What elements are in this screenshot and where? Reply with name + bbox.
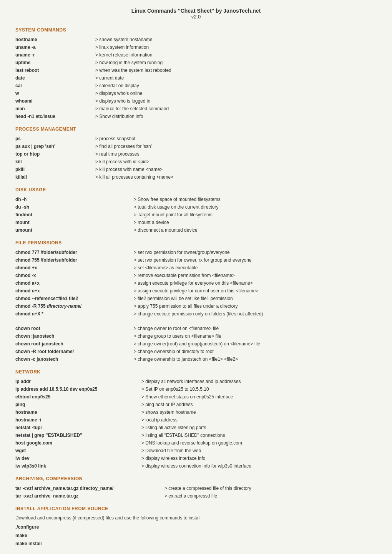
table-row: chmod 755 /folder/subfolder> set rwx per… xyxy=(15,256,377,264)
command-cell: chmod a+x xyxy=(15,279,131,287)
command-cell: chmod --reference=file1 file2 xyxy=(15,295,131,302)
desc-cell: > display wireless connection info for w… xyxy=(138,462,377,470)
table-row: host google.com> DNS lookup and reverse … xyxy=(15,439,377,447)
desc-cell: > change ownership to janostech on <file… xyxy=(131,355,377,363)
desc-cell: > disconnect a mounted device xyxy=(131,226,377,234)
list-item: make install xyxy=(15,540,377,548)
desc-cell: > displays who's online xyxy=(92,90,377,97)
desc-cell: > Show ethernet status on enp0s25 interf… xyxy=(138,393,377,401)
section-fileperm: FILE PERMISSIONS xyxy=(15,240,377,245)
command-cell: date xyxy=(15,74,92,82)
desc-cell: > set rwx permission for owner/group/eve… xyxy=(131,249,377,256)
table-row: tar -cvzf archive_name.tar.gz directoy_n… xyxy=(15,484,377,492)
table-row: kill > kill process with id <pid> xyxy=(15,158,377,166)
desc-cell: > when was the system last rebooted xyxy=(92,66,377,74)
network-commands-table: ip addr> display all network interfaces … xyxy=(15,378,377,470)
desc-cell: > Set IP on enp0s25 to 10.5.5.10 xyxy=(138,385,377,393)
table-row: du -sh> total disk usage on the current … xyxy=(15,203,377,211)
table-row: ping > ping host or IP address xyxy=(15,401,377,408)
desc-cell: > real time processes xyxy=(92,150,377,158)
table-row: chown -R root foldername/> change owners… xyxy=(15,348,377,355)
table-row: chown root:janostech > change owner(root… xyxy=(15,340,377,348)
table-row: mount > mount a device xyxy=(15,219,377,226)
desc-cell: > set <filename> as executable xyxy=(131,264,377,272)
page-title: Linux Commands "Cheat Sheet" by JanosTec… xyxy=(15,8,377,14)
command-cell: findmnt xyxy=(15,211,131,219)
desc-cell: > current date xyxy=(92,74,377,82)
section-disk: DISK USAGE xyxy=(15,187,377,192)
command-cell: mount xyxy=(15,219,131,226)
desc-cell: > change ownership of directory to root xyxy=(131,348,377,355)
desc-cell: > shows system hostaname xyxy=(92,36,377,43)
table-row: chmod -R 755 directory-name/> apply 755 … xyxy=(15,302,377,310)
desc-cell: > file2 permission will be set like file… xyxy=(131,295,377,302)
command-cell: chmod +x xyxy=(15,264,131,272)
command-cell: chown -R root foldername/ xyxy=(15,348,131,355)
table-row: tar -xvzf archive_name.tar.gz> extract a… xyxy=(15,492,377,500)
desc-cell: > displays who is logged in xyxy=(92,97,377,105)
desc-cell: > total disk usage on the current direct… xyxy=(131,203,377,211)
table-row: chmod +x > set <filename> as executable xyxy=(15,264,377,272)
desc-cell: > how long is the system running xyxy=(92,59,377,66)
table-row: hostname> shows system hostaname xyxy=(15,36,377,43)
list-item: ./configure xyxy=(15,523,377,532)
desc-cell: > DNS lookup and reverse lookup on googl… xyxy=(138,439,377,447)
table-row: pkill > kill process with name <name> xyxy=(15,166,377,173)
table-row: hostname -i> local ip address xyxy=(15,416,377,424)
table-row: chmod 777 /folder/subfolder> set rwx per… xyxy=(15,249,377,256)
desc-cell: > extract a compressd file xyxy=(161,492,377,500)
section-process: PROCESS MANAGEMENT xyxy=(15,126,377,132)
desc-cell: > kill process with id <pid> xyxy=(92,158,377,166)
command-cell: ip addr xyxy=(15,378,138,385)
table-row: ps> process snapshot xyxy=(15,135,377,143)
command-cell: ethtool enp0s25 xyxy=(15,393,138,401)
chown-commands-table: chown root > change owner to root on <fi… xyxy=(15,325,377,363)
table-row: last reboot> when was the system last re… xyxy=(15,66,377,74)
table-row: cal> calendar on display xyxy=(15,82,377,90)
table-row: chmod a+x > assign execute privilege for… xyxy=(15,279,377,287)
desc-cell: > linux system information xyxy=(92,43,377,51)
desc-cell: > set rwx permission for owner, rx for g… xyxy=(131,256,377,264)
command-cell: killall xyxy=(15,173,92,181)
command-cell: kill xyxy=(15,158,92,166)
desc-cell: > listing all active listening ports xyxy=(138,424,377,431)
section-archiving: ARCHIVING, COMPRESSION xyxy=(15,476,377,481)
command-cell: netstat | grep "ESTABLISHED" xyxy=(15,431,138,439)
table-row: netstat | grep "ESTABLISHED"> listing al… xyxy=(15,431,377,439)
desc-cell: > Target mount point for all filesystems xyxy=(131,211,377,219)
command-cell: pkill xyxy=(15,166,92,173)
desc-cell: > shows system hostname xyxy=(138,408,377,416)
table-row: findmnt> Target mount point for all file… xyxy=(15,211,377,219)
table-row: netstat -tupl> listing all active listen… xyxy=(15,424,377,431)
command-cell: chown -c janostech xyxy=(15,355,131,363)
command-cell: ip address add 10.5.5.10 dev enp0s25 xyxy=(15,385,138,393)
table-row: whoami> displays who is logged in xyxy=(15,97,377,105)
desc-cell: > kill process with name <name> xyxy=(92,166,377,173)
process-commands-table: ps> process snapshotps aux | grep 'ssh'>… xyxy=(15,135,377,181)
desc-cell: > apply 755 permission to all files unde… xyxy=(131,302,377,310)
desc-cell: > listing all "ESTABLISHED" connections xyxy=(138,431,377,439)
table-row: killall > kill all processes containing … xyxy=(15,173,377,181)
table-row: top or htop> real time processes xyxy=(15,150,377,158)
command-cell: chown root xyxy=(15,325,131,332)
system-commands-table: hostname> shows system hostanameuname -a… xyxy=(15,36,377,120)
desc-cell: > change execute permission only on fold… xyxy=(131,310,377,318)
table-row: iw wlp3s0 link> display wireless connect… xyxy=(15,462,377,470)
table-row: chown -c janostech > change ownership to… xyxy=(15,355,377,363)
desc-cell: > change group to users on <filename> fi… xyxy=(131,332,377,340)
command-cell: du -sh xyxy=(15,203,131,211)
table-row: chown root > change owner to root on <fi… xyxy=(15,325,377,332)
table-row: uptime> how long is the system running xyxy=(15,59,377,66)
table-row: umount > disconnect a mounted device xyxy=(15,226,377,234)
table-row: ps aux | grep 'ssh'> find all processes … xyxy=(15,143,377,150)
command-cell: whoami xyxy=(15,97,92,105)
desc-cell: > process snapshot xyxy=(92,135,377,143)
page-version: v2.0 xyxy=(15,14,377,20)
command-cell: w xyxy=(15,90,92,97)
table-row: date> current date xyxy=(15,74,377,82)
command-cell: chown root:janostech xyxy=(15,340,131,348)
command-cell: top or htop xyxy=(15,150,92,158)
section-install: INSTALL APPLICATION FROM SOURCE xyxy=(15,506,377,511)
table-row: ip address add 10.5.5.10 dev enp0s25> Se… xyxy=(15,385,377,393)
section-system: SYSTEM COMMANDS xyxy=(15,27,377,33)
